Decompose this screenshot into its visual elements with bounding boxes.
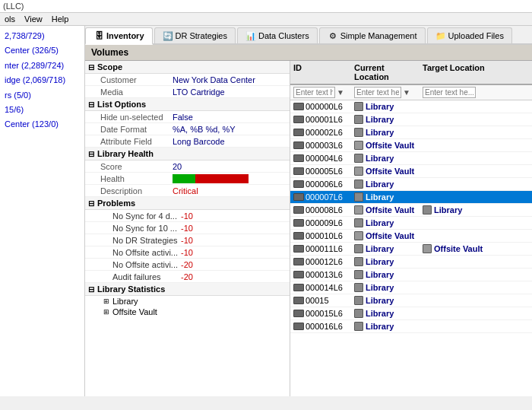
problem-row-0: No Sync for 4 d... -10 (85, 210, 290, 222)
library-stats-toggle[interactable]: ⊟ (88, 285, 94, 294)
current-loc-icon (354, 180, 363, 189)
tape-icon (293, 271, 304, 278)
current-loc-icon (354, 167, 363, 176)
current-location: Library (366, 309, 394, 318)
hide-value: False (173, 113, 285, 122)
tabs: 🗄 Inventory 🔄 DR Strategies 📊 Data Clust… (85, 26, 532, 45)
sidebar-item-0[interactable]: 2,738/729) (0, 29, 84, 43)
table-row[interactable]: 000003L6 Offsite Vault (290, 139, 532, 152)
date-format-row: Date Format %A, %B %d, %Y (85, 123, 290, 135)
tab-inventory[interactable]: 🗄 Inventory (85, 27, 153, 45)
problems-header: ⊟ Problems (85, 197, 290, 210)
row-current: Library (351, 243, 420, 254)
sidebar-item-1[interactable]: Center (326/5) (0, 43, 84, 58)
scope-media-row: Media LTO Cartridge (85, 86, 290, 98)
tab-data-clusters[interactable]: 📊 Data Clusters (237, 27, 318, 43)
problem-row-2: No DR Strategies -10 (85, 234, 290, 246)
table-row[interactable]: 000012L6 Library (290, 256, 532, 269)
table-row[interactable]: 000007L6 Library (290, 191, 532, 204)
problems-toggle[interactable]: ⊟ (88, 199, 94, 208)
sidebar-item-5[interactable]: 15/6) (0, 103, 84, 117)
right-panel: ID Current Location Target Location ▼ ▼ (290, 61, 532, 396)
table-row[interactable]: 000009L6 Library (290, 217, 532, 230)
description-value: Critical (173, 186, 285, 195)
tape-icon (293, 180, 304, 188)
date-format-label: Date Format (100, 125, 173, 134)
current-location: Library (366, 244, 394, 253)
current-location: Library (366, 115, 394, 124)
row-id: 000005L6 (290, 166, 351, 176)
table-row[interactable]: 000005L6 Offsite Vault (290, 165, 532, 178)
table-row[interactable]: 000015L6 Library (290, 307, 532, 320)
menu-ols[interactable]: ols (5, 14, 15, 24)
scope-customer-row: Customer New York Data Center (85, 74, 290, 86)
row-target (420, 261, 532, 262)
table-row[interactable]: 000013L6 Library (290, 269, 532, 281)
id-text: 000001L6 (306, 115, 343, 124)
table-row[interactable]: 000001L6 Library (290, 113, 532, 126)
table-row[interactable]: 000006L6 Library (290, 178, 532, 191)
filter-target-input[interactable] (423, 87, 476, 98)
table-row[interactable]: 000011L6 Library Offsite Vault (290, 243, 532, 256)
health-row: Health (85, 173, 290, 185)
sidebar-item-6[interactable]: Center (123/0) (0, 117, 84, 132)
tab-simple-management[interactable]: ⚙ Simple Management (319, 27, 426, 43)
current-location: Library (366, 102, 394, 111)
table-row[interactable]: 000002L6 Library (290, 126, 532, 139)
table-row[interactable]: 00015 Library (290, 294, 532, 307)
row-id: 000010L6 (290, 230, 351, 241)
description-label: Description (100, 186, 173, 195)
problem-row-4: No Offsite activi... -20 (85, 259, 290, 271)
offsite-stat-row[interactable]: ⊞ Offsite Vault (85, 307, 290, 317)
row-id: 00015 (290, 295, 351, 306)
table-row[interactable]: 000008L6 Offsite Vault Library (290, 204, 532, 217)
filter-current-button[interactable]: ▼ (403, 88, 410, 97)
menu-view[interactable]: View (24, 14, 43, 24)
sidebar-item-2[interactable]: nter (2,289/724) (0, 59, 84, 73)
sidebar-item-4[interactable]: rs (5/0) (0, 88, 84, 103)
main-layout: 2,738/729) Center (326/5) nter (2,289/72… (0, 26, 532, 396)
target-loc-icon (423, 205, 432, 215)
menu-help[interactable]: Help (52, 14, 69, 24)
row-id: 000009L6 (290, 218, 351, 228)
library-expand-icon: ⊞ (103, 297, 109, 305)
tab-dr-strategies[interactable]: 🔄 DR Strategies (154, 27, 236, 43)
tape-icon (293, 297, 304, 304)
score-label: Score (100, 162, 173, 171)
table-row[interactable]: 000010L6 Offsite Vault (290, 230, 532, 243)
list-options-toggle[interactable]: ⊟ (88, 100, 94, 109)
attribute-field-row: Attribute Field Long Barcode (85, 135, 290, 148)
table-row[interactable]: 000016L6 Library (290, 320, 532, 333)
table-row[interactable]: 000004L6 Library (290, 152, 532, 165)
problem-row-3: No Offsite activi... -10 (85, 246, 290, 259)
id-text: 000003L6 (306, 141, 343, 150)
library-stat-row[interactable]: ⊞ Library (85, 296, 290, 307)
row-current: Library (351, 153, 420, 164)
id-text: 000007L6 (306, 192, 343, 202)
row-target (420, 196, 532, 198)
filter-current-input[interactable] (354, 87, 401, 98)
title-text: (LLC) (3, 2, 24, 11)
tab-uploaded-files[interactable]: 📁 Uploaded Files (427, 27, 512, 43)
problem-value-2: -10 (181, 236, 193, 245)
row-current: Library (351, 282, 420, 293)
clusters-icon: 📊 (245, 30, 256, 41)
table-row[interactable]: 000014L6 Library (290, 281, 532, 294)
sidebar-item-3[interactable]: idge (2,069/718) (0, 73, 84, 87)
filter-id-button[interactable]: ▼ (337, 88, 344, 97)
id-text: 000015L6 (306, 309, 343, 318)
row-current: Library (351, 321, 420, 332)
row-target (420, 326, 532, 327)
current-loc-icon (354, 257, 363, 266)
row-id: 000007L6 (290, 192, 351, 202)
inventory-icon: 🗄 (93, 30, 104, 41)
current-location: Library (366, 218, 394, 227)
row-id: 000006L6 (290, 179, 351, 189)
filter-id-input[interactable] (293, 87, 335, 98)
table-header: ID Current Location Target Location (290, 61, 532, 85)
table-row[interactable]: 000000L6 Library (290, 100, 532, 113)
tape-icon (293, 154, 304, 162)
content-area: 🗄 Inventory 🔄 DR Strategies 📊 Data Clust… (85, 26, 532, 396)
library-health-toggle[interactable]: ⊟ (88, 150, 94, 158)
scope-toggle[interactable]: ⊟ (88, 63, 94, 72)
